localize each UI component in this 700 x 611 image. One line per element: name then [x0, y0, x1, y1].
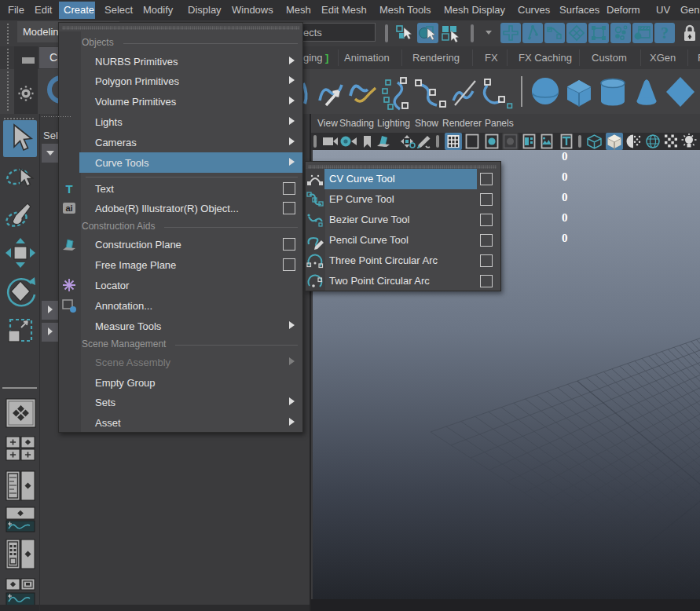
- svg-text:ai: ai: [65, 203, 72, 213]
- svg-text:?: ?: [661, 24, 669, 42]
- svg-text:T: T: [65, 182, 72, 196]
